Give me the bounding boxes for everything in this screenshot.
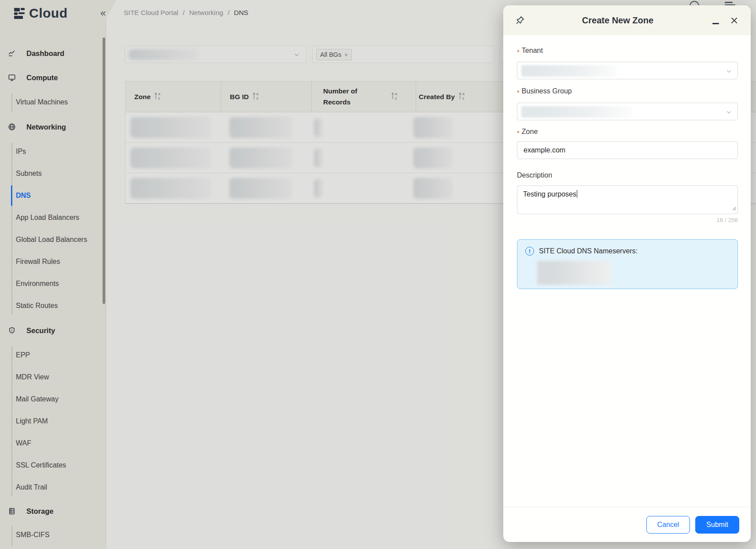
tenant-label: * Tenant: [517, 47, 738, 55]
drawer-body: * Tenant * Business Group * Zone example…: [517, 35, 738, 507]
drawer-title: Create New Zone: [525, 15, 710, 26]
zone-input-value: example.com: [524, 146, 565, 154]
description-textarea[interactable]: Testing purposes: [517, 185, 738, 214]
tenant-select[interactable]: [517, 62, 738, 79]
text-caret: [577, 190, 578, 198]
info-circle-icon: !: [525, 247, 534, 256]
business-group-label: * Business Group: [517, 87, 738, 95]
required-asterisk: *: [517, 48, 520, 56]
zone-input[interactable]: example.com: [517, 141, 738, 159]
pin-icon[interactable]: [515, 15, 525, 26]
drawer-footer: Cancel Submit: [503, 507, 751, 542]
app-root: Cloud Dashboard Compute Virtual Machines…: [0, 0, 756, 549]
nameservers-info-box: ! SITE Cloud DNS Nameservers:: [517, 239, 738, 289]
business-group-select[interactable]: [517, 103, 738, 120]
blurred-business-group-value: [521, 106, 631, 118]
drawer-header: Create New Zone: [503, 5, 751, 35]
info-title: SITE Cloud DNS Nameservers:: [539, 247, 638, 255]
minimize-icon[interactable]: [710, 15, 721, 26]
zone-label: * Zone: [517, 128, 738, 136]
char-counter: 16 / 256: [517, 217, 738, 223]
chevron-down-icon: [726, 109, 732, 117]
blurred-nameservers: [537, 261, 611, 285]
chevron-down-icon: [726, 68, 732, 76]
create-new-zone-drawer: Create New Zone * Tenant * Business Grou…: [503, 5, 751, 542]
required-asterisk: *: [517, 89, 520, 96]
description-value: Testing purposes: [523, 190, 576, 198]
resize-handle-icon[interactable]: [732, 204, 736, 212]
blurred-tenant-value: [521, 65, 617, 77]
close-icon[interactable]: [729, 15, 739, 26]
required-asterisk: *: [517, 129, 520, 137]
submit-button[interactable]: Submit: [695, 516, 739, 534]
description-label: Description: [517, 171, 738, 179]
cancel-button[interactable]: Cancel: [646, 516, 690, 534]
